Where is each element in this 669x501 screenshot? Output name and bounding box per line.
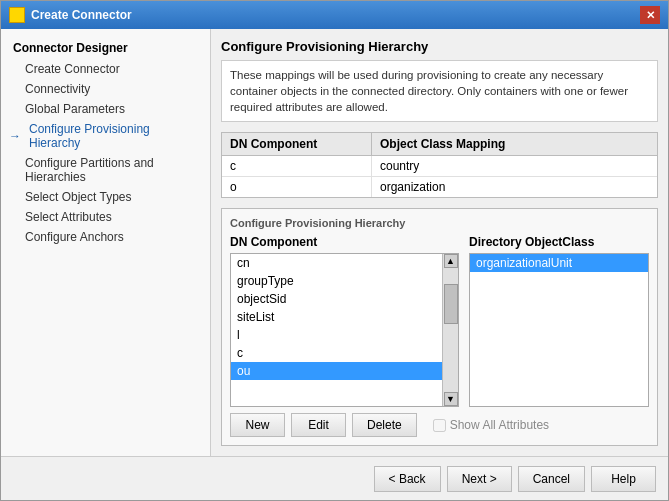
list-item-selected[interactable]: organizationalUnit: [470, 254, 648, 272]
show-all-attributes-checkbox-label: Show All Attributes: [433, 418, 549, 432]
scrollbar-track[interactable]: ▲ ▼: [442, 254, 458, 406]
next-button[interactable]: Next >: [447, 466, 512, 492]
list-item[interactable]: objectSid: [231, 290, 442, 308]
mapping-table: DN Component Object Class Mapping c coun…: [221, 132, 658, 198]
dir-objectclass-label: Directory ObjectClass: [469, 235, 649, 249]
table-cell-dn-0: c: [222, 156, 372, 176]
sidebar-item-configure-provisioning-hierarchy[interactable]: Configure Provisioning Hierarchy: [1, 119, 210, 153]
list-item[interactable]: c: [231, 344, 442, 362]
table-cell-mapping-0: country: [372, 156, 657, 176]
col-header-dn: DN Component: [222, 133, 372, 155]
table-cell-dn-1: o: [222, 177, 372, 197]
dn-component-listbox-container: cn groupType objectSid siteList l c ou ▲: [230, 253, 459, 407]
bottom-buttons: New Edit Delete Show All Attributes: [230, 413, 649, 437]
list-item[interactable]: siteList: [231, 308, 442, 326]
sidebar: Connector Designer Create Connector Conn…: [1, 29, 211, 456]
sidebar-label-global-parameters: Global Parameters: [25, 102, 125, 116]
sidebar-label-connectivity: Connectivity: [25, 82, 90, 96]
sidebar-item-configure-anchors[interactable]: Configure Anchors: [1, 227, 210, 247]
show-all-attributes-checkbox[interactable]: [433, 419, 446, 432]
table-row: c country: [222, 156, 657, 177]
sidebar-item-select-object-types[interactable]: Select Object Types: [1, 187, 210, 207]
dn-component-label: DN Component: [230, 235, 459, 249]
sidebar-item-configure-partitions-hierarchies[interactable]: Configure Partitions and Hierarchies: [1, 153, 210, 187]
title-bar: Create Connector ✕: [1, 1, 668, 29]
list-item-selected[interactable]: ou: [231, 362, 442, 380]
info-box: These mappings will be used during provi…: [221, 60, 658, 122]
list-item[interactable]: cn: [231, 254, 442, 272]
bottom-section: Configure Provisioning Hierarchy DN Comp…: [221, 208, 658, 446]
close-button[interactable]: ✕: [640, 6, 660, 24]
right-panel: Configure Provisioning Hierarchy These m…: [211, 29, 668, 456]
main-content: Connector Designer Create Connector Conn…: [1, 29, 668, 456]
sidebar-item-global-parameters[interactable]: Global Parameters: [1, 99, 210, 119]
sidebar-label-select-object-types: Select Object Types: [25, 190, 132, 204]
table-cell-mapping-1: organization: [372, 177, 657, 197]
bottom-section-title: Configure Provisioning Hierarchy: [230, 217, 649, 229]
dn-component-listbox[interactable]: cn groupType objectSid siteList l c ou: [231, 254, 442, 406]
title-bar-left: Create Connector: [9, 7, 132, 23]
mapping-table-header: DN Component Object Class Mapping: [222, 133, 657, 156]
window-title: Create Connector: [31, 8, 132, 22]
list-item[interactable]: groupType: [231, 272, 442, 290]
footer: < Back Next > Cancel Help: [1, 456, 668, 500]
edit-button[interactable]: Edit: [291, 413, 346, 437]
sidebar-item-select-attributes[interactable]: Select Attributes: [1, 207, 210, 227]
scrollbar-thumb[interactable]: [444, 284, 458, 324]
delete-button[interactable]: Delete: [352, 413, 417, 437]
sidebar-label-configure-partitions-hierarchies: Configure Partitions and Hierarchies: [25, 156, 198, 184]
sidebar-item-connectivity[interactable]: Connectivity: [1, 79, 210, 99]
sidebar-title: Connector Designer: [1, 37, 210, 59]
dir-class-panel: Directory ObjectClass organizationalUnit: [469, 235, 649, 407]
back-button[interactable]: < Back: [374, 466, 441, 492]
sidebar-label-select-attributes: Select Attributes: [25, 210, 112, 224]
sidebar-item-create-connector[interactable]: Create Connector: [1, 59, 210, 79]
table-row: o organization: [222, 177, 657, 197]
dn-component-panel: DN Component cn groupType objectSid site…: [230, 235, 459, 407]
list-item[interactable]: l: [231, 326, 442, 344]
app-icon: [9, 7, 25, 23]
col-header-mapping: Object Class Mapping: [372, 133, 657, 155]
show-all-attributes-label: Show All Attributes: [450, 418, 549, 432]
sidebar-label-configure-anchors: Configure Anchors: [25, 230, 124, 244]
sidebar-label-configure-provisioning-hierarchy: Configure Provisioning Hierarchy: [29, 122, 198, 150]
bottom-two-col: DN Component cn groupType objectSid site…: [230, 235, 649, 407]
dir-objectclass-listbox[interactable]: organizationalUnit: [469, 253, 649, 407]
main-window: Create Connector ✕ Connector Designer Cr…: [0, 0, 669, 501]
sidebar-label-create-connector: Create Connector: [25, 62, 120, 76]
new-button[interactable]: New: [230, 413, 285, 437]
help-button[interactable]: Help: [591, 466, 656, 492]
panel-title: Configure Provisioning Hierarchy: [221, 39, 658, 54]
cancel-button[interactable]: Cancel: [518, 466, 585, 492]
